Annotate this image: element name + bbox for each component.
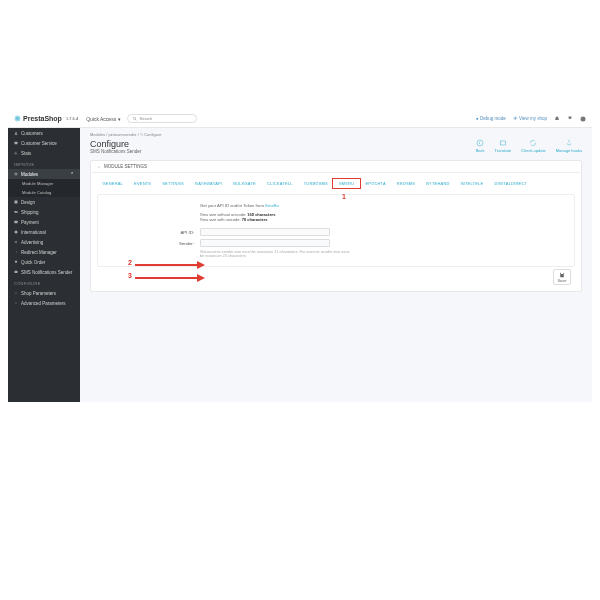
panel-header: MODULE SETTINGS bbox=[91, 161, 581, 173]
sidebar-item-quick-order[interactable]: Quick Order bbox=[8, 257, 80, 267]
svg-point-9 bbox=[16, 293, 17, 294]
bell-icon[interactable] bbox=[554, 116, 560, 122]
brand: PrestaShop 1.7.6.4 bbox=[14, 115, 78, 122]
page-subtitle: SMS Notifications Sender bbox=[90, 149, 141, 154]
back-button[interactable]: Back bbox=[476, 139, 485, 153]
svg-point-1 bbox=[16, 117, 19, 120]
svg-point-10 bbox=[16, 303, 17, 304]
svg-point-13 bbox=[99, 166, 100, 167]
sidebar-sub-module-manager[interactable]: Module Manager bbox=[8, 179, 80, 188]
sidebar-item-payment[interactable]: Payment bbox=[8, 217, 80, 227]
svg-rect-4 bbox=[15, 142, 18, 144]
sidebar-item-shop-params[interactable]: Shop Parameters bbox=[8, 288, 80, 298]
sender-input[interactable] bbox=[200, 239, 330, 247]
check-update-button[interactable]: Check update bbox=[521, 139, 546, 153]
tab-events[interactable]: EVENTS bbox=[129, 179, 157, 188]
sidebar-item-adv-params[interactable]: Advanced Parameters bbox=[8, 298, 80, 308]
tab-general[interactable]: GENERAL bbox=[97, 179, 129, 188]
sidebar-item-sms[interactable]: SMS Notifications Sender bbox=[8, 267, 80, 277]
avatar-icon[interactable] bbox=[580, 116, 586, 122]
brand-text: PrestaShop bbox=[23, 115, 62, 122]
sidebar: Customers Customer Service Stats IMPROVE… bbox=[8, 110, 80, 402]
topbar-right: ● Debug mode 👁 View my shop bbox=[476, 116, 586, 122]
svg-rect-5 bbox=[15, 201, 18, 204]
tab-redsms[interactable]: REDSMS bbox=[391, 179, 420, 188]
gear-icon bbox=[97, 165, 101, 169]
section-improve: IMPROVE bbox=[8, 158, 80, 169]
debug-link[interactable]: ● Debug mode bbox=[476, 116, 506, 121]
page-title: Configure bbox=[90, 139, 141, 149]
view-shop-link[interactable]: 👁 View my shop bbox=[513, 116, 547, 121]
tab-epochta[interactable]: EPOCHTA bbox=[360, 179, 391, 188]
translate-button[interactable]: Translate bbox=[495, 139, 512, 153]
api-hint: Get your API ID and/or Token from SmsRu bbox=[200, 203, 562, 208]
sidebar-item-advertising[interactable]: Advertising bbox=[8, 237, 80, 247]
trophy-icon[interactable] bbox=[567, 116, 573, 122]
size-hint: Sms size without unicode: 160 characters… bbox=[200, 212, 562, 222]
smsru-link[interactable]: SmsRu bbox=[265, 203, 279, 208]
svg-point-7 bbox=[15, 231, 18, 234]
tab-turbosms[interactable]: TURBOSMS bbox=[298, 179, 333, 188]
svg-rect-8 bbox=[15, 271, 18, 273]
sidebar-item-customer-service[interactable]: Customer Service bbox=[8, 138, 80, 148]
svg-point-2 bbox=[581, 116, 586, 121]
main: Modules / pintasmssender / ✎ Configure C… bbox=[80, 110, 592, 402]
tabs: GENERALEVENTSSETTINGSGATEWAYAPIBULKGATEC… bbox=[91, 173, 581, 188]
sender-hint: Not-numeric sender size must be maximum … bbox=[200, 250, 350, 258]
sidebar-item-shipping[interactable]: Shipping bbox=[8, 207, 80, 217]
tab-smsru[interactable]: SMSRU bbox=[333, 179, 359, 188]
breadcrumb: Modules / pintasmssender / ✎ Configure bbox=[80, 128, 592, 137]
tab-bulkgate[interactable]: BULKGATE bbox=[228, 179, 262, 188]
tab-inteltele[interactable]: INTELTELE bbox=[455, 179, 489, 188]
search-placeholder: Search bbox=[140, 116, 153, 121]
save-button[interactable]: Save bbox=[553, 269, 571, 285]
sender-label: Sender: bbox=[110, 241, 200, 246]
settings-panel: MODULE SETTINGS GENERALEVENTSSETTINGSGAT… bbox=[90, 160, 582, 292]
quick-access[interactable]: Quick Access ▾ bbox=[86, 116, 120, 122]
svg-point-3 bbox=[15, 132, 16, 133]
sidebar-sub-module-catalog[interactable]: Module Catalog bbox=[8, 188, 80, 197]
sidebar-item-international[interactable]: International bbox=[8, 227, 80, 237]
tab-settings[interactable]: SETTINGS bbox=[157, 179, 190, 188]
tab-clickatell[interactable]: CLICKATELL bbox=[261, 179, 298, 188]
tab-content: Get your API ID and/or Token from SmsRu … bbox=[97, 194, 575, 267]
manage-hooks-button[interactable]: Manage hooks bbox=[556, 139, 582, 153]
topbar: PrestaShop 1.7.6.4 Quick Access ▾ Search… bbox=[8, 110, 592, 128]
tab-digitaldirect[interactable]: DIGITALDIRECT bbox=[489, 179, 533, 188]
svg-rect-6 bbox=[14, 221, 17, 223]
sidebar-item-redirect[interactable]: Redirect Manager bbox=[8, 247, 80, 257]
version: 1.7.6.4 bbox=[66, 116, 78, 121]
api-id-input[interactable] bbox=[200, 228, 330, 236]
svg-point-11 bbox=[477, 140, 483, 146]
search-input[interactable]: Search bbox=[127, 114, 197, 123]
svg-rect-12 bbox=[500, 141, 505, 145]
header-actions: Back Translate Check update Manage hooks bbox=[476, 139, 582, 153]
sidebar-item-stats[interactable]: Stats bbox=[8, 148, 80, 158]
tab-bytehand[interactable]: BYTEHAND bbox=[421, 179, 455, 188]
sidebar-item-modules[interactable]: Modules⌃ bbox=[8, 169, 80, 179]
section-configure: CONFIGURE bbox=[8, 277, 80, 288]
sidebar-item-design[interactable]: Design bbox=[8, 197, 80, 207]
sidebar-item-customers[interactable]: Customers bbox=[8, 128, 80, 138]
api-id-label: API ID: bbox=[110, 230, 200, 235]
tab-gatewayapi[interactable]: GATEWAYAPI bbox=[189, 179, 227, 188]
